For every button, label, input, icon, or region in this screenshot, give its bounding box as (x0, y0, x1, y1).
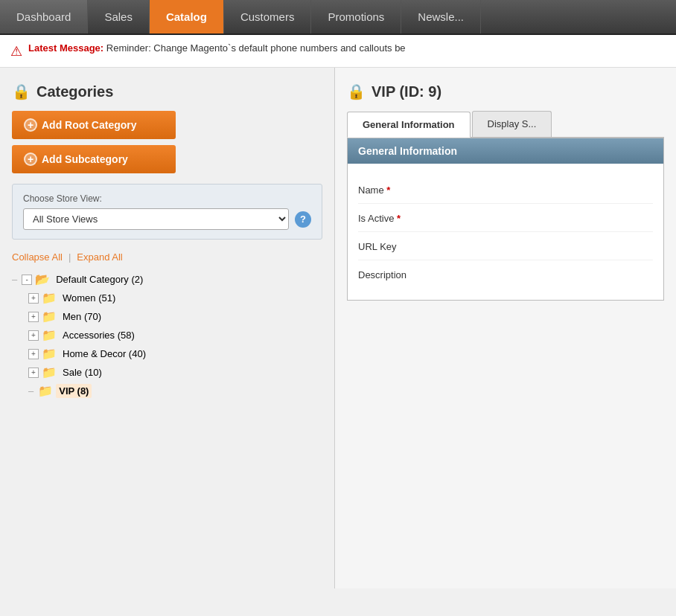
nav-newsletter[interactable]: Newsle... (401, 0, 481, 33)
plus-circle-icon: + (24, 118, 37, 132)
form-row-url-key: URL Key (358, 232, 653, 260)
section-header: General Information (348, 138, 663, 164)
tree-item-vip[interactable]: – 📁 VIP (8) (28, 382, 322, 400)
tree-item-accessories-label: Accessories (58) (60, 328, 138, 342)
folder-sale-icon: 📁 (42, 365, 57, 379)
panel-title: 🔒 VIP (ID: 9) (347, 83, 664, 100)
main-layout: 🔒 Categories + Add Root Category + Add S… (0, 68, 676, 588)
categories-heading: Categories (36, 83, 113, 100)
field-label-url-key: URL Key (358, 240, 477, 252)
panel-heading: VIP (ID: 9) (372, 83, 441, 100)
sidebar-title: 🔒 Categories (12, 83, 322, 100)
help-icon[interactable]: ? (295, 211, 311, 228)
tree-item-accessories[interactable]: + 📁 Accessories (58) (28, 326, 322, 344)
nav-sales[interactable]: Sales (88, 0, 150, 33)
lock-icon: 🔒 (12, 83, 31, 100)
panel-lock-icon: 🔒 (347, 83, 366, 100)
tree-item-vip-label: VIP (8) (56, 384, 92, 398)
tree-item-home-decor[interactable]: + 📁 Home & Decor (40) (28, 344, 322, 363)
nav-customers[interactable]: Customers (224, 0, 312, 33)
nav-dashboard[interactable]: Dashboard (0, 0, 88, 33)
store-view-select[interactable]: All Store Views Default Store View (23, 208, 289, 230)
tree-actions: Collapse All | Expand All (12, 247, 322, 270)
folder-women-icon: 📁 (42, 291, 57, 305)
dashed-line: – (12, 274, 17, 285)
message-text: Reminder: Change Magento`s default phone… (106, 42, 406, 54)
tree-toggle-root[interactable]: - (22, 275, 32, 285)
required-star-is-active: * (397, 213, 401, 224)
field-label-is-active: Is Active * (358, 211, 477, 224)
nav-catalog[interactable]: Catalog (150, 0, 224, 33)
add-root-label: Add Root Category (42, 119, 137, 131)
tree-toggle-sale[interactable]: + (28, 368, 39, 378)
message-bar: ⚠ Latest Message: Reminder: Change Magen… (0, 35, 676, 68)
form-row-is-active: Is Active * (358, 204, 653, 232)
add-subcategory-button[interactable]: + Add Subcategory (12, 145, 176, 173)
add-sub-label: Add Subcategory (42, 153, 128, 165)
plus-circle-icon-sub: + (24, 153, 37, 166)
tree-item-root[interactable]: – - 📂 Default Category (2) (12, 270, 322, 289)
field-label-name: Name * (358, 183, 477, 196)
tree-children: + 📁 Women (51) + 📁 Men (70) + 📁 Accessor… (12, 289, 322, 400)
tree-item-men[interactable]: + 📁 Men (70) (28, 307, 322, 326)
store-view-label: Choose Store View: (23, 193, 311, 204)
tree-separator: | (68, 251, 71, 263)
tree-toggle-home-decor[interactable]: + (28, 349, 39, 359)
tree-item-men-label: Men (70) (60, 309, 104, 324)
right-panel: 🔒 VIP (ID: 9) General Information Displa… (335, 68, 676, 588)
tab-general-information[interactable]: General Information (347, 112, 471, 138)
tree-item-sale[interactable]: + 📁 Sale (10) (28, 363, 322, 382)
folder-accessories-icon: 📁 (42, 328, 57, 342)
tree-item-sale-label: Sale (10) (60, 365, 105, 379)
nav-promotions[interactable]: Promotions (311, 0, 401, 33)
folder-vip-icon: 📁 (38, 384, 53, 398)
tree-root-label: Default Category (2) (53, 272, 146, 286)
tab-display-settings[interactable]: Display S... (472, 111, 552, 137)
tree-toggle-women[interactable]: + (28, 293, 39, 304)
category-tree: – - 📂 Default Category (2) + 📁 Women (51… (12, 270, 322, 400)
warning-icon: ⚠ (10, 43, 22, 60)
tree-item-women[interactable]: + 📁 Women (51) (28, 289, 322, 307)
form-row-description: Description (358, 260, 653, 288)
tree-item-women-label: Women (51) (60, 291, 118, 305)
dashed-vip: – (28, 385, 34, 397)
sidebar: 🔒 Categories + Add Root Category + Add S… (0, 68, 335, 588)
required-star-name: * (386, 185, 390, 196)
tree-toggle-men[interactable]: + (28, 312, 39, 322)
folder-home-decor-icon: 📁 (42, 347, 57, 361)
tabs-row: General Information Display S... (347, 111, 664, 138)
tree-toggle-accessories[interactable]: + (28, 330, 39, 341)
store-view-box: Choose Store View: All Store Views Defau… (12, 184, 322, 240)
message-label: Latest Message: (28, 42, 103, 54)
folder-men-icon: 📁 (42, 309, 57, 324)
add-root-category-button[interactable]: + Add Root Category (12, 111, 176, 139)
field-label-description: Description (358, 268, 477, 280)
form-row-name: Name * (358, 176, 653, 204)
expand-all-link[interactable]: Expand All (77, 251, 122, 263)
collapse-all-link[interactable]: Collapse All (12, 251, 63, 263)
tree-item-home-decor-label: Home & Decor (40) (60, 347, 149, 361)
top-navigation: Dashboard Sales Catalog Customers Promot… (0, 0, 676, 35)
folder-open-icon: 📂 (35, 272, 50, 286)
general-information-section: General Information Name * Is Active * (347, 138, 664, 301)
section-body: Name * Is Active * URL Key (348, 164, 663, 300)
